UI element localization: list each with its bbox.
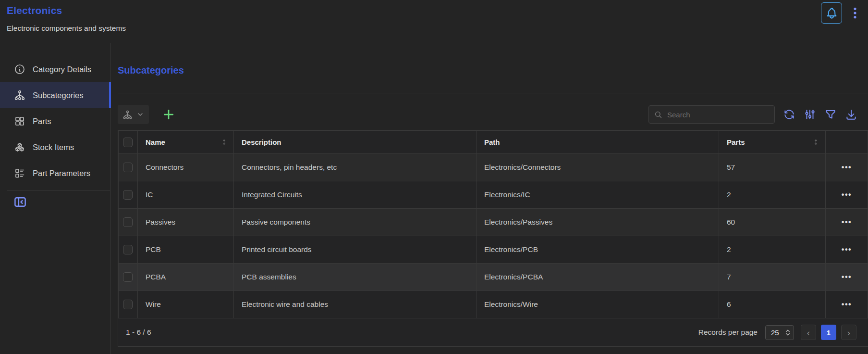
sort-selector-icon[interactable] <box>812 139 819 146</box>
bell-icon <box>825 7 838 20</box>
dots-vertical-icon <box>848 6 862 20</box>
chevron-left-icon: ‹ <box>807 328 810 337</box>
cell-parts: 6 <box>719 291 826 318</box>
row-actions-button[interactable]: ••• <box>842 245 852 254</box>
sidebar-item-subcategories[interactable]: Subcategories <box>0 82 110 108</box>
column-header-actions <box>826 131 868 154</box>
sidebar-item-stock-items[interactable]: Stock Items <box>0 134 110 160</box>
sidebar-collapse-icon <box>13 195 27 209</box>
selector-icon <box>785 329 790 336</box>
table-row[interactable]: PCBA PCB assemblies Electronics/PCBA 7 •… <box>119 264 868 291</box>
cell-description: Connectors, pin headers, etc <box>234 154 477 181</box>
cell-path: Electronics/IC <box>477 181 719 209</box>
cell-name: Passives <box>138 209 234 236</box>
row-checkbox[interactable] <box>123 300 133 309</box>
cell-name: Connectors <box>138 154 234 181</box>
row-actions-button[interactable]: ••• <box>842 163 852 172</box>
table-settings-button[interactable] <box>804 108 816 121</box>
pagination: ‹ 1 › <box>801 325 856 340</box>
refresh-button[interactable] <box>783 108 795 121</box>
cell-parts: 2 <box>719 181 826 209</box>
subcategories-table: Name Description <box>118 130 868 347</box>
sort-selector-icon[interactable] <box>220 139 228 146</box>
cell-name: PCB <box>138 236 234 264</box>
chevron-down-icon <box>136 111 144 118</box>
records-per-page-select[interactable]: 25 <box>765 325 794 340</box>
grid-icon <box>14 115 25 127</box>
search-input[interactable] <box>667 111 770 119</box>
table-footer: 1 - 6 / 6 Records per page 25 <box>118 318 868 346</box>
cell-path: Electronics/Wire <box>477 291 719 318</box>
overflow-menu-button[interactable] <box>848 6 862 20</box>
cell-path: Electronics/Connectors <box>477 154 719 181</box>
panel-title: Subcategories <box>118 65 868 76</box>
sitemap-icon <box>14 89 25 101</box>
row-checkbox[interactable] <box>123 190 133 200</box>
cell-name: IC <box>138 181 234 209</box>
previous-page-button[interactable]: ‹ <box>801 325 816 340</box>
header-actions <box>821 2 862 24</box>
row-checkbox[interactable] <box>123 245 133 254</box>
row-actions-button[interactable]: ••• <box>842 300 852 309</box>
main-panel: Subcategories <box>110 43 868 354</box>
sidebar-item-label: Stock Items <box>33 143 74 152</box>
table-row[interactable]: Passives Passive components Electronics/… <box>119 209 868 236</box>
next-page-button[interactable]: › <box>841 325 856 340</box>
app-window: Electronics Electronic components and sy… <box>0 0 868 354</box>
cell-parts: 2 <box>719 236 826 264</box>
cell-path: Electronics/PCB <box>477 236 719 264</box>
cell-name: PCBA <box>138 264 234 291</box>
list-details-icon <box>14 167 25 179</box>
sidebar-item-label: Part Parameters <box>33 169 90 178</box>
cell-description: Passive components <box>234 209 477 236</box>
table-row[interactable]: Wire Electronic wire and cables Electron… <box>119 291 868 318</box>
page-header: Electronics Electronic components and sy… <box>0 0 868 43</box>
row-actions-button[interactable]: ••• <box>842 190 852 199</box>
sidebar-divider <box>7 190 110 190</box>
cell-parts: 60 <box>719 209 826 236</box>
page-subtitle: Electronic components and systems <box>7 24 861 33</box>
records-per-page-value: 25 <box>771 329 779 337</box>
refresh-icon <box>783 108 795 121</box>
notifications-button[interactable] <box>821 2 842 24</box>
adjustments-icon <box>804 108 816 121</box>
cell-parts: 7 <box>719 264 826 291</box>
cell-description: PCB assemblies <box>234 264 477 291</box>
sidebar-collapse-button[interactable] <box>12 194 28 210</box>
tree-view-dropdown-button[interactable] <box>118 105 149 124</box>
record-range: 1 - 6 / 6 <box>126 328 151 337</box>
cell-name: Wire <box>138 291 234 318</box>
row-actions-button[interactable]: ••• <box>842 218 852 227</box>
filter-button[interactable] <box>824 108 837 121</box>
cell-path: Electronics/PCBA <box>477 264 719 291</box>
cell-path: Electronics/Passives <box>477 209 719 236</box>
column-header-path[interactable]: Path <box>477 131 719 154</box>
column-header-name[interactable]: Name <box>138 131 234 154</box>
cell-description: Printed circuit boards <box>234 236 477 264</box>
panel-divider <box>118 93 868 93</box>
row-checkbox[interactable] <box>123 272 133 282</box>
select-all-checkbox[interactable] <box>123 138 133 147</box>
download-icon <box>845 108 857 121</box>
sidebar-item-label: Parts <box>33 117 51 126</box>
row-checkbox[interactable] <box>123 217 133 227</box>
sidebar-item-part-parameters[interactable]: Part Parameters <box>0 160 110 186</box>
sidebar-item-label: Subcategories <box>33 91 84 100</box>
row-actions-button[interactable]: ••• <box>842 273 852 281</box>
sidebar-item-parts[interactable]: Parts <box>0 108 110 134</box>
column-header-parts[interactable]: Parts <box>719 131 826 154</box>
plus-icon <box>161 107 176 122</box>
table-row[interactable]: Connectors Connectors, pin headers, etc … <box>119 154 868 181</box>
column-header-description[interactable]: Description <box>234 131 477 154</box>
cell-description: Electronic wire and cables <box>234 291 477 318</box>
table-row[interactable]: PCB Printed circuit boards Electronics/P… <box>119 236 868 264</box>
add-subcategory-button[interactable] <box>161 107 176 122</box>
info-circle-icon <box>14 63 25 75</box>
page-title: Electronics <box>7 5 861 16</box>
download-button[interactable] <box>845 108 857 121</box>
chevron-right-icon: › <box>847 328 850 337</box>
sidebar-item-category-details[interactable]: Category Details <box>0 56 110 82</box>
page-1-button[interactable]: 1 <box>821 325 836 340</box>
row-checkbox[interactable] <box>123 163 133 172</box>
table-row[interactable]: IC Integrated Circuits Electronics/IC 2 … <box>119 181 868 209</box>
